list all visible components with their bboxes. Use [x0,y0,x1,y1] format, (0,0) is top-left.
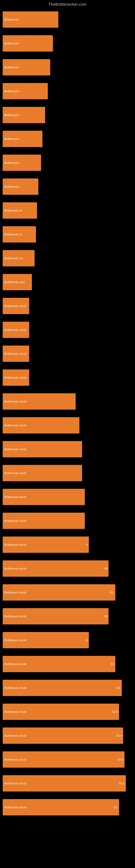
bar-value: 49 [104,567,108,570]
bar-fill: 4Bottleneck result [3,536,89,553]
bar-row: 4Bottleneck result [3,533,135,557]
bar-row: Bottleneck r [3,31,135,55]
bar-row: Bottleneck result [3,366,135,390]
bar-label: Bottleneck result [3,710,27,714]
bar-label: Bottleneck r [3,65,21,69]
bar-label: Bottleneck result [3,399,27,404]
bar-value: 52.5 [112,710,119,713]
bar-fill: Bottleneck result [3,298,29,314]
bar-label: Bottleneck result [3,423,27,428]
bar-fill: 53.4Bottleneck result [3,727,123,744]
bar-label: Bottleneck result [3,805,27,809]
bar-fill: 52.Bottleneck result [3,799,119,815]
bar-label: Bottleneck result [3,614,27,618]
bar-value: 54.3 [119,782,126,785]
bar-row: Bottleneck result [3,437,135,461]
bar-row: Bottleneck r [3,79,135,103]
bar-fill: Bottleneck result [3,369,29,386]
bar-row: 52.Bottleneck result [3,795,135,819]
bar-fill: Bottleneck r [3,155,41,171]
bar-label: Bottleneck res [3,256,24,260]
bar-fill: 52.5Bottleneck result [3,704,119,720]
bar-label: Bottleneck result [3,662,27,666]
bar-fill: Bottleneck result [3,322,29,338]
bar-label: Bottleneck r [3,89,21,93]
bar-label: Bottleneck r [3,41,21,45]
bar-label: Bottleneck re [3,208,23,213]
bar-label: Bottleneck r [3,161,21,165]
bar-value: 4 [86,543,89,546]
bar-label: Bottleneck result [3,686,27,690]
bar-row: Bottleneck r [3,151,135,175]
bar-row: Bottleneck re [3,198,135,222]
bar-label: Bottleneck result [3,304,27,308]
bar-fill: 4Bottleneck result [3,632,89,648]
bar-row: Bottleneck result [3,413,135,437]
bar-fill: Bottleneck re [3,226,36,243]
bar-label: Bottleneck r [3,18,21,22]
bar-row: 53.4Bottleneck result [3,724,135,748]
bar-fill: Bottleneck r [3,11,58,28]
bar-fill: Bottleneck resu [3,274,32,290]
bar-label: Bottleneck r [3,137,21,141]
bar-fill: Bottleneck r [3,35,53,52]
bar-value: 4 [86,639,89,642]
bar-value: 53. [117,686,122,689]
bar-label: Bottleneck re [3,232,23,237]
bar-row: Bottleneck result [3,390,135,413]
bar-fill: Bottleneck r [3,83,48,99]
bar-row: 49Bottleneck result [3,557,135,581]
bar-value: 53.8 [118,758,124,761]
bar-fill: Bottleneck r [3,59,50,75]
bar-fill: Bottleneck res [3,250,35,267]
bar-fill: 49Bottleneck result [3,608,108,624]
bar-label: Bottleneck result [3,566,27,571]
bar-row: Bottleneck re [3,222,135,246]
bar-fill: Bottleneck r [3,179,38,195]
bar-row: 54.3Bottleneck result [3,771,135,795]
bar-value: 53.4 [116,734,123,737]
bar-fill: Bottleneck re [3,203,37,219]
bar-value: 51. [110,591,115,594]
bar-row: Bottleneck res [3,246,135,270]
bar-row: 51.Bottleneck result [3,581,135,604]
bar-fill: Bottleneck result [3,489,85,505]
bar-row: Bottleneck r [3,175,135,198]
bar-fill: Bottleneck r [3,131,42,147]
bar-label: Bottleneck result [3,757,27,762]
bar-fill: 54.3Bottleneck result [3,775,126,792]
bar-fill: Bottleneck result [3,393,76,410]
bar-fill: 49Bottleneck result [3,560,108,577]
bar-fill: Bottleneck result [3,417,79,433]
bar-fill: Bottleneck result [3,346,29,362]
bar-row: Bottleneck r [3,103,135,127]
bar-label: Bottleneck result [3,519,27,523]
bar-fill: Bottleneck result [3,513,85,529]
bar-row: 53.Bottleneck result [3,676,135,700]
bar-fill: 53.8Bottleneck result [3,751,125,768]
bar-row: Bottleneck resu [3,270,135,294]
bar-label: Bottleneck result [3,590,27,595]
bar-row: 52.5Bottleneck result [3,700,135,724]
bar-fill: Bottleneck result [3,441,82,457]
bar-fill: 51.Bottleneck result [3,584,115,600]
bar-row: Bottleneck result [3,318,135,342]
bar-row: Bottleneck result [3,509,135,533]
bar-value: 51 [111,662,115,665]
bar-row: 53.8Bottleneck result [3,748,135,771]
bar-fill: 51Bottleneck result [3,656,115,672]
bar-row: Bottleneck result [3,461,135,485]
bar-value: 52. [114,806,119,809]
bar-fill: Bottleneck r [3,107,45,123]
bar-label: Bottleneck result [3,471,27,475]
bar-label: Bottleneck result [3,495,27,499]
bar-row: Bottleneck r [3,8,135,31]
bar-label: Bottleneck result [3,447,27,452]
bar-row: Bottleneck result [3,342,135,366]
chart-area: Bottleneck rBottleneck rBottleneck rBott… [0,8,135,819]
bar-label: Bottleneck result [3,542,27,547]
bar-label: Bottleneck r [3,184,21,189]
bar-row: Bottleneck result [3,485,135,509]
bar-row: 49Bottleneck result [3,604,135,628]
bar-fill: Bottleneck result [3,465,82,481]
